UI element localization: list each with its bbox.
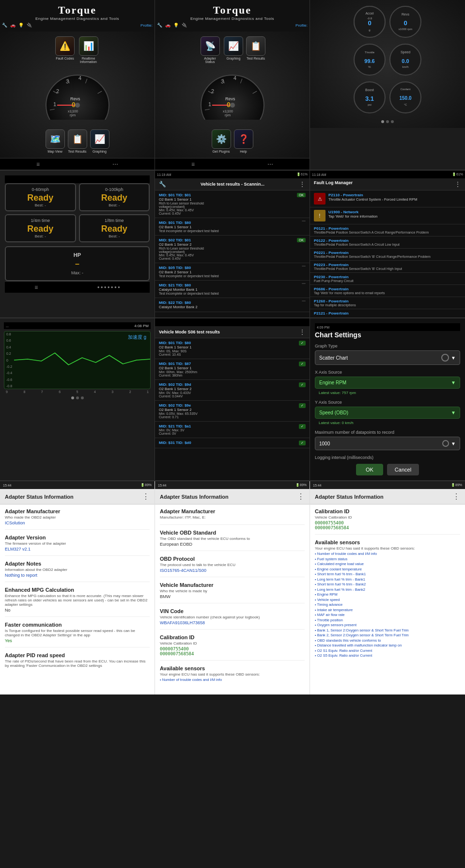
adapter-faster-section: Faster communication Is Torque configure… [5, 622, 150, 647]
adapter-notes-value: Nothing to report [5, 573, 150, 578]
chart-cancel-button[interactable]: Cancel [387, 464, 419, 475]
fault-detail-p0686: Tap 'Web' for more options and to email … [314, 291, 461, 295]
s06-mid-3: MID: $02 TID: $9e [159, 403, 198, 408]
sensor-11: • Intake air temperature [315, 608, 460, 613]
adapter-menu-icon-3[interactable]: ⋮ [452, 492, 460, 501]
fault-time: 11:18 AM [312, 173, 326, 176]
boost-gauge-svg: Boost 3.1 psi [353, 80, 387, 114]
svg-text:2: 2 [56, 88, 59, 94]
s06-detail-3: Min: 0.05V, Max: 65.535VCurrent: 0.71 [159, 412, 198, 419]
s06-mid-1: MID: $01 TID: $87 [159, 362, 197, 366]
adapter-screen-3: 15:44 🔋89% Adapter Status Information ⋮ … [310, 481, 465, 694]
menu-test-results[interactable]: 📋 Test Results [68, 129, 87, 153]
chart-status-bar: 4:09 PM [315, 323, 460, 331]
test-mid-5: MID: $22 TID: $80 [159, 300, 198, 305]
s06-item-5: MID: $31 TID: $d0 ✓ [155, 438, 310, 448]
adapter-vin-value: WBAFA91036LH73658 [160, 620, 305, 625]
accel-status-bar: ... 4:08 PM [4, 322, 151, 329]
nav-dots-3 [379, 118, 396, 125]
toolbar-icon-5: ≡ [34, 284, 38, 291]
menu-adapter-status[interactable]: 📡 Adapter Status [199, 36, 221, 63]
x-axis-dropdown[interactable]: Engine RPM ▼ [315, 377, 460, 389]
main-content-2: 📡 Adapter Status 📈 Graphing 📋 Test Resul… [155, 32, 310, 158]
toolbar-icon-2: ⋯ [112, 161, 118, 168]
graph-type-dropdown[interactable]: Scatter Chart ▼ [315, 350, 460, 365]
adapter-version-title: Adapter Version [5, 535, 150, 540]
s06-status-ok-5: ✓ [299, 441, 306, 445]
help-label: Help [240, 150, 247, 153]
dashboard-menu-bottom-1: 🗺️ Map View 📋 Test Results 📈 Graphing [41, 125, 114, 158]
adapter-status-icon: 📡 [201, 36, 220, 56]
menu-test-results-2[interactable]: 📋 Test Results [246, 36, 265, 63]
adapter-faster-value: Yes [5, 638, 150, 643]
adapter-calibration-value1-3: 00000755400 [315, 521, 460, 525]
adapter-sensors-list: • Number of trouble codes and I/M info •… [315, 552, 460, 659]
adapter-menu-icon-1[interactable]: ⋮ [142, 492, 150, 501]
menu-graphing-2[interactable]: 📈 Graphing [224, 36, 243, 63]
chart-ok-button[interactable]: OK [356, 464, 383, 475]
y-axis-current: Latest value: 0 km/h [315, 421, 460, 427]
fault-code-p0230: P0230 - Powertrain [314, 275, 461, 279]
adapter-calibration-desc-3: Vehicle Calibration ID [315, 515, 460, 520]
s06-status-ok-4: ✓ [299, 424, 306, 429]
adapter-status-bar-1: 15:44 🔋89% [0, 481, 155, 489]
s06-mid-2: MID: $02 TID: $9d [159, 382, 192, 387]
menu-map-view[interactable]: 🗺️ Map View [46, 129, 65, 153]
adapter-protocol-section: OBD Protocol The protocol used to talk t… [160, 556, 305, 577]
adapter-version-section: Adapter Version The firmware version of … [5, 535, 150, 556]
fault-menu-icon[interactable]: ⋮ [454, 180, 461, 188]
plug-icon-2: 🔌 [182, 23, 187, 28]
test-icon: 🔧 [159, 181, 166, 188]
adapter-mfr-partial-title: Adapter Manufacturer [160, 508, 305, 514]
svg-point-27 [230, 103, 235, 108]
speed-gauge-svg: Speed 0.0 km/h [388, 43, 422, 77]
y-axis-dropdown[interactable]: Speed (OBD) ▼ [315, 407, 460, 419]
fault-code-p1260: P1260 - Powertrain [314, 299, 461, 303]
accel-wave-svg [14, 331, 150, 389]
fault-desc-u1900: Tap 'Web' for more information [328, 214, 461, 219]
adapter-menu-icon-2[interactable]: ⋮ [297, 492, 305, 501]
adapter-sensors-title-2: Available sensors [160, 665, 305, 671]
menu-get-plugins[interactable]: ⚙️ Get Plugins [212, 129, 231, 153]
s06-item-1: MID: $01 TID: $87 O2 Bank 1 Sensor 1 Min… [155, 359, 310, 380]
s06-name-0: O2 Bank 1 Sensor 1 [159, 345, 192, 349]
adapter-header-2: Adapter Status Information ⋮ [155, 489, 310, 505]
max-datapoints-input[interactable]: 1000 ▼ [315, 437, 460, 450]
menu-help[interactable]: ❓ Help [234, 129, 253, 153]
fault-detail-p0121: Throttle/Pedal Position Sensor/Switch A … [314, 231, 461, 234]
x-axis-current: Latest value: 757 rpm [315, 391, 460, 397]
test-menu-icon[interactable]: ⋮ [299, 180, 306, 188]
bottom-toolbar-1: ≡ ⋯ [0, 158, 155, 170]
adapter-manufacturer-title: Adapter Manufacturer [5, 508, 150, 514]
fault-content-u1900: U1900 - Network Tap 'Web' for more infor… [328, 210, 461, 221]
adapter-mpg-section: Enhanced MPG Calculation Enhance the MPG… [5, 587, 150, 617]
s06-name-1: O2 Bank 1 Sensor 1 [159, 366, 197, 370]
test-mid-3: MID: $05 TID: $80 [159, 266, 219, 270]
fault-title: Fault Log Manager [314, 180, 353, 188]
hp-max: Max: - [11, 270, 144, 275]
accel-y-axis: 0.8 0.6 0.4 0.2 0 -0.2 -0.4 -0.6 -0.8 [6, 331, 12, 389]
svg-point-11 [75, 103, 80, 108]
adapter-time-2: 15:44 [158, 484, 167, 487]
menu-graphing[interactable]: 📈 Graphing [90, 129, 109, 153]
max-datapoints-label: Maximum number of datapoints to record [315, 430, 460, 435]
s06-menu[interactable]: ⋮ [299, 328, 306, 336]
adapter-time-3: 15:44 [313, 484, 322, 487]
s06-title: Vehicle Mode S06 test results [159, 330, 220, 334]
plugins-label: Get Plugins [212, 150, 230, 153]
torque-nav-icons-1: 🔧 🚗 💡 🔌 Profile: [2, 21, 153, 30]
accel-time-right: 4:08 PM [134, 324, 149, 328]
test-mid-4: MID: $21 TID: $80 [159, 283, 219, 287]
bulb-icon: 💡 [18, 23, 24, 28]
menu-fault-codes[interactable]: ⚠️ Fault Codes [55, 36, 75, 63]
test-item-0: MID: $01 TID: $01 O2 Bank 1 Sensor 1 Ric… [155, 190, 310, 218]
adapter-pid-section: Adapter PID read speed The rate of PIDs/… [5, 652, 150, 673]
adapter-mpg-title: Enhanced MPG Calculation [5, 587, 150, 593]
menu-realtime[interactable]: 📊 Realtime Information [78, 36, 99, 63]
coolant-gauge: Coolant 150.0 °C [388, 80, 422, 116]
adapter-screen-1: 15:44 🔋89% Adapter Status Information ⋮ … [0, 481, 155, 694]
svg-text:0: 0 [368, 19, 371, 27]
sensor-4: • Short term fuel % trim - Bank1 [315, 572, 460, 577]
adapter-manufacturer-section: Adapter Manufacturer Who made the OBD2 a… [5, 508, 150, 530]
adapter-calibration-value1-2: 00000755400 [160, 647, 305, 651]
